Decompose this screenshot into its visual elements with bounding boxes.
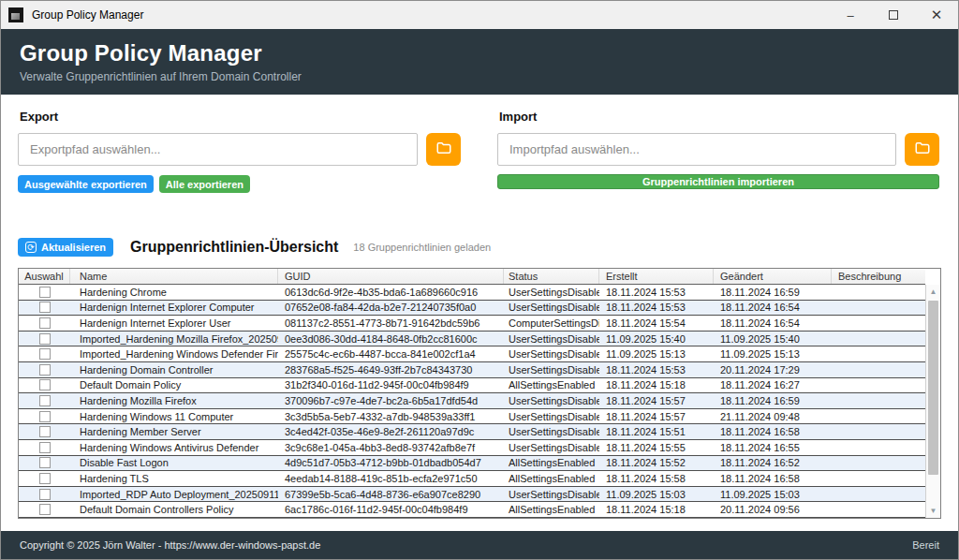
table-row[interactable]: Imported_RDP Auto Deployment_20250911_15… <box>19 487 925 503</box>
cell-erstellt: 18.11.2024 15:57 <box>599 395 714 406</box>
row-checkbox[interactable] <box>39 317 51 329</box>
overview-heading: Gruppenrichtlinien-Übersicht <box>130 239 338 256</box>
cell-guid: 07652e08-fa84-42da-b2e7-21240735f0a0 <box>278 302 504 313</box>
row-checkbox[interactable] <box>39 504 51 515</box>
export-path-input[interactable] <box>18 133 418 166</box>
maximize-button[interactable] <box>872 1 915 29</box>
row-select-cell <box>19 287 70 298</box>
table-row[interactable]: Hardening Windows 11 Computer3c3d5b5a-5e… <box>19 409 925 425</box>
cell-status: UserSettingsDisabled <box>504 395 599 406</box>
cell-geaendert: 20.11.2024 09:56 <box>714 504 832 515</box>
cell-erstellt: 11.09.2025 15:03 <box>599 489 714 500</box>
row-select-cell <box>19 442 70 453</box>
table-row[interactable]: Hardening Chrome0613dc6d-9f2e-4b35-bda6-… <box>19 285 925 301</box>
cell-guid: 4eedab14-8188-419c-851b-ecfa2e971c50 <box>278 473 504 484</box>
scroll-down-arrow-icon[interactable]: ▼ <box>926 504 940 518</box>
cell-name: Hardening Domain Controller <box>70 364 278 376</box>
row-checkbox[interactable] <box>39 287 51 298</box>
refresh-button[interactable]: ⟳ Aktualisieren <box>18 238 113 257</box>
close-button[interactable]: ✕ <box>915 1 958 29</box>
row-checkbox[interactable] <box>39 395 51 406</box>
cell-guid: 370096b7-c97e-4de7-bc2a-6b5a17dfd54d <box>278 395 504 406</box>
cell-erstellt: 18.11.2024 15:51 <box>599 426 714 437</box>
row-select-cell <box>19 426 70 437</box>
cell-name: Disable Fast Logon <box>70 457 278 468</box>
export-panel: Export Ausgewählte exportieren Alle expo… <box>18 110 461 193</box>
table-row[interactable]: Hardening Mozilla Firefox370096b7-c97e-4… <box>19 393 925 409</box>
export-import-panels: Export Ausgewählte exportieren Alle expo… <box>18 110 941 193</box>
cell-geaendert: 18.11.2024 16:27 <box>714 379 832 391</box>
folder-icon <box>914 140 931 159</box>
table-row[interactable]: Default Domain Controllers Policy6ac1786… <box>19 502 925 518</box>
row-select-cell <box>19 333 70 345</box>
app-window: Group Policy Manager – ✕ Group Policy Ma… <box>0 0 959 560</box>
table-row[interactable]: Hardening TLS4eedab14-8188-419c-851b-ecf… <box>19 471 925 487</box>
row-checkbox[interactable] <box>39 411 51 422</box>
cell-status: ComputerSettingsDisabled <box>504 317 599 329</box>
cell-name: Hardening Mozilla Firefox <box>70 395 278 406</box>
column-header[interactable]: GUID <box>278 269 504 284</box>
table-row[interactable]: Imported_Hardening Windows Defender Fire… <box>19 346 925 362</box>
cell-name: Default Domain Policy <box>70 379 278 391</box>
export-label: Export <box>20 110 461 124</box>
export-all-button[interactable]: Alle exportieren <box>159 175 250 193</box>
export-browse-button[interactable] <box>426 133 461 166</box>
row-checkbox[interactable] <box>39 364 51 376</box>
cell-name: Hardening Chrome <box>70 287 278 298</box>
cell-name: Hardening TLS <box>70 473 278 484</box>
row-checkbox[interactable] <box>39 426 51 437</box>
cell-status: UserSettingsDisabled <box>504 426 599 437</box>
row-checkbox[interactable] <box>39 379 51 391</box>
import-path-input[interactable] <box>497 133 896 166</box>
table-row[interactable]: Disable Fast Logon4d9c51d7-05b3-4712-b9b… <box>19 456 925 472</box>
import-browse-button[interactable] <box>905 133 939 166</box>
cell-erstellt: 18.11.2024 15:55 <box>599 442 714 453</box>
main-content: Export Ausgewählte exportieren Alle expo… <box>1 95 958 531</box>
cell-erstellt: 18.11.2024 15:18 <box>599 504 714 515</box>
scrollbar-thumb[interactable] <box>928 301 938 475</box>
titlebar: Group Policy Manager – ✕ <box>1 1 958 29</box>
cell-name: Imported_Hardening Mozilla Firefox_20250… <box>70 333 278 345</box>
table-row[interactable]: Hardening Windows Antivirus Defender3c9c… <box>19 440 925 456</box>
cell-erstellt: 18.11.2024 15:53 <box>599 364 714 376</box>
cell-status: UserSettingsDisabled <box>504 364 599 376</box>
row-checkbox[interactable] <box>39 473 51 484</box>
table-row[interactable]: Hardening Domain Controller283768a5-f525… <box>19 362 925 378</box>
cell-geaendert: 20.11.2024 17:29 <box>714 364 832 376</box>
column-header[interactable]: Auswahl <box>19 269 70 284</box>
row-checkbox[interactable] <box>39 442 51 453</box>
import-policies-button[interactable]: Gruppenrichtlinien importieren <box>497 174 939 189</box>
row-checkbox[interactable] <box>39 489 51 500</box>
overview-toolbar: ⟳ Aktualisieren Gruppenrichtlinien-Übers… <box>18 238 941 257</box>
minimize-button[interactable]: – <box>829 1 872 29</box>
table-row[interactable]: Hardenign Internet Explorer Computer0765… <box>19 301 925 317</box>
cell-erstellt: 18.11.2024 15:52 <box>599 457 714 468</box>
table-row[interactable]: Hardening Member Server3c4ed42f-035e-46e… <box>19 424 925 440</box>
column-header[interactable]: Beschreibung <box>832 269 925 284</box>
scroll-up-arrow-icon[interactable]: ▲ <box>926 285 940 299</box>
row-checkbox[interactable] <box>39 302 51 313</box>
refresh-icon: ⟳ <box>25 242 37 253</box>
column-header[interactable]: Erstellt <box>599 269 714 284</box>
table-row[interactable]: Hardenign Internet Explorer User081137c2… <box>19 316 925 332</box>
row-select-cell <box>19 395 70 406</box>
table-row[interactable]: Imported_Hardening Mozilla Firefox_20250… <box>19 332 925 347</box>
row-select-cell <box>19 504 70 515</box>
table-row[interactable]: Default Domain Policy31b2f340-016d-11d2-… <box>19 378 925 394</box>
cell-status: UserSettingsDisabled <box>504 411 599 422</box>
import-panel: Import Gruppenrichtlinien importieren <box>497 110 939 193</box>
cell-guid: 4d9c51d7-05b3-4712-b9bb-01dbadb054d7 <box>278 457 504 468</box>
row-checkbox[interactable] <box>39 333 51 345</box>
cell-status: AllSettingsEnabled <box>504 457 599 468</box>
export-selected-button[interactable]: Ausgewählte exportieren <box>18 175 154 193</box>
row-checkbox[interactable] <box>39 457 51 468</box>
row-select-cell <box>19 379 70 391</box>
column-header[interactable]: Name <box>70 269 278 284</box>
column-header[interactable]: Status <box>504 269 599 284</box>
vertical-scrollbar[interactable]: ▲ ▼ <box>925 285 940 518</box>
row-checkbox[interactable] <box>39 348 51 360</box>
column-header[interactable]: Geändert <box>714 269 832 284</box>
cell-status: AllSettingsEnabled <box>504 504 599 515</box>
cell-status: UserSettingsDisabled <box>504 333 599 345</box>
cell-guid: 081137c2-8551-4773-8b71-91642bdc59b6 <box>278 317 504 329</box>
